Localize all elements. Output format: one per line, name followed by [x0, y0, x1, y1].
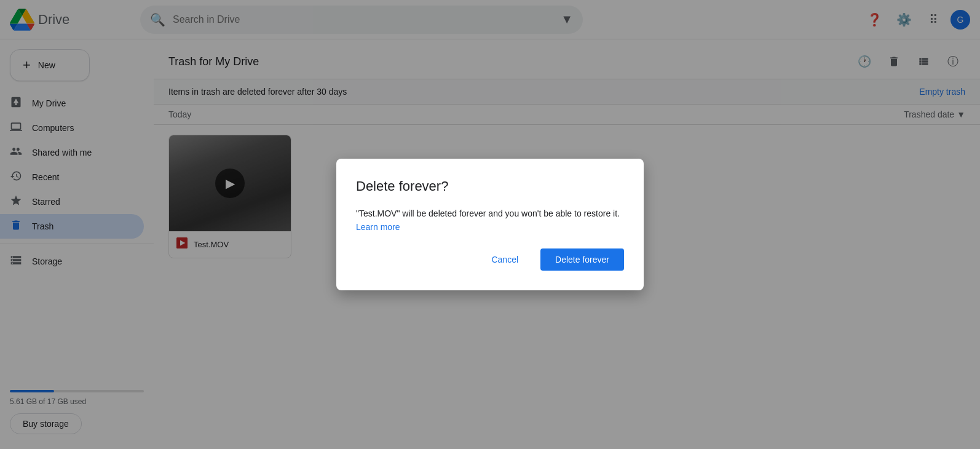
- dialog-body: "Test.MOV" will be deleted forever and y…: [356, 207, 624, 234]
- delete-forever-dialog: Delete forever? "Test.MOV" will be delet…: [336, 159, 644, 291]
- dialog-overlay: Delete forever? "Test.MOV" will be delet…: [0, 0, 980, 449]
- cancel-button[interactable]: Cancel: [476, 248, 533, 271]
- dialog-actions: Cancel Delete forever: [356, 248, 624, 271]
- learn-more-link[interactable]: Learn more: [356, 222, 400, 232]
- dialog-title: Delete forever?: [356, 178, 624, 194]
- dialog-body-text: "Test.MOV" will be deleted forever and y…: [356, 209, 620, 218]
- delete-forever-button[interactable]: Delete forever: [540, 248, 624, 271]
